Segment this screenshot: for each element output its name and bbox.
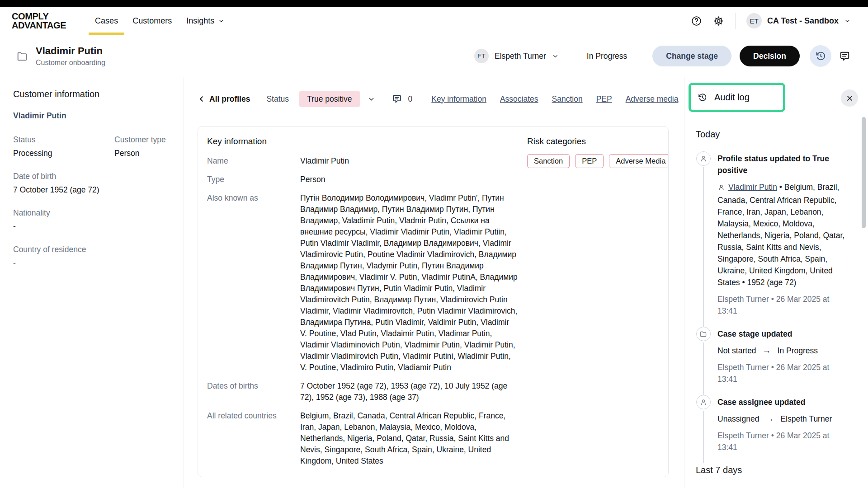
ki-dob-value: 7 October 1952 (age 72), 1953 (age 72), … bbox=[300, 380, 518, 403]
audit-log-body: Today Profile status updated to True pos… bbox=[684, 119, 868, 475]
profile-toolbar: All profiles Status True positive 0 Key … bbox=[198, 88, 684, 110]
audit-entry-title: Case stage updated bbox=[717, 328, 847, 340]
complyadvantage-logo: COMPLY ADVANTAGE bbox=[12, 12, 66, 30]
assignee-selector[interactable]: ET Elspeth Turner bbox=[474, 49, 559, 63]
page-content: Customer information Vladimir Putin Stat… bbox=[0, 77, 868, 488]
ki-dob-label: Dates of births bbox=[207, 380, 300, 403]
audit-section-today: Today bbox=[696, 129, 847, 140]
status-badge[interactable]: True positive bbox=[299, 91, 360, 107]
timeline-rail bbox=[696, 151, 711, 327]
field-customer-type-label: Customer type bbox=[114, 135, 170, 145]
ki-aka-value: Путін Володимир Володимирович, Vladimr P… bbox=[300, 192, 518, 373]
close-icon bbox=[846, 94, 854, 102]
field-status-label: Status bbox=[13, 135, 114, 145]
field-country-of-residence-label: Country of residence bbox=[13, 245, 170, 254]
account-menu[interactable]: ET CA Test - Sandbox bbox=[746, 13, 851, 28]
key-information-section: Key information Name Vladimir Putin Type… bbox=[207, 136, 518, 467]
risk-badge-sanction: Sanction bbox=[527, 154, 570, 168]
risk-categories-heading: Risk categories bbox=[527, 136, 669, 146]
audit-entry-meta: Elspeth Turner • 26 Mar 2025 at 13:41 bbox=[717, 361, 847, 385]
audit-history-button[interactable] bbox=[810, 45, 831, 67]
link-key-information[interactable]: Key information bbox=[431, 94, 486, 104]
profile-comments-button[interactable]: 0 bbox=[392, 94, 413, 104]
status-label: Status bbox=[266, 94, 289, 104]
ki-row-name: Name Vladimir Putin bbox=[207, 155, 518, 167]
case-title-block: Vladimir Putin Customer onboarding bbox=[36, 45, 105, 67]
audit-entry-meta: Elspeth Turner • 26 Mar 2025 at 13:41 bbox=[717, 293, 847, 317]
back-to-all-profiles[interactable]: All profiles bbox=[198, 94, 250, 104]
link-adverse-media[interactable]: Adverse media bbox=[626, 94, 679, 104]
field-status: Status Processing bbox=[13, 135, 114, 158]
ki-type-value: Person bbox=[300, 174, 518, 185]
nav-item-insights-label: Insights bbox=[186, 16, 214, 26]
audit-section-last-7-days: Last 7 days bbox=[696, 465, 847, 475]
field-date-of-birth: Date of birth 7 October 1952 (age 72) bbox=[13, 172, 170, 195]
comments-icon[interactable] bbox=[839, 50, 851, 62]
nav-item-customers[interactable]: Customers bbox=[125, 7, 179, 35]
field-nationality-label: Nationality bbox=[13, 208, 170, 218]
case-folder-icon bbox=[16, 50, 28, 62]
help-icon[interactable] bbox=[691, 15, 702, 27]
audit-entry-case-assignee: Case assignee updated Unassigned → Elspe… bbox=[696, 395, 847, 463]
status-chevron-down-icon[interactable] bbox=[368, 95, 375, 103]
assignee-avatar-initials: ET bbox=[477, 52, 486, 60]
field-country-of-residence-value: - bbox=[13, 258, 170, 268]
audit-entry-detail: Vladimir Putin • Belgium, Brazil, Canada… bbox=[717, 181, 847, 288]
field-date-of-birth-label: Date of birth bbox=[13, 172, 170, 181]
audit-log-panel: Audit log Today Profile status updated t… bbox=[684, 77, 868, 488]
assignee-name: Elspeth Turner bbox=[495, 52, 546, 61]
field-status-value: Processing bbox=[13, 149, 114, 158]
topnav-right-cluster: ET CA Test - Sandbox bbox=[691, 7, 851, 35]
link-sanction[interactable]: Sanction bbox=[552, 94, 583, 104]
field-date-of-birth-value: 7 October 1952 (age 72) bbox=[13, 185, 170, 195]
person-icon bbox=[717, 183, 725, 194]
change-stage-button[interactable]: Change stage bbox=[652, 46, 731, 66]
close-audit-log-button[interactable] bbox=[841, 89, 858, 107]
back-label: All profiles bbox=[209, 94, 250, 104]
audit-entry-content: Case assignee updated Unassigned → Elspe… bbox=[717, 395, 847, 463]
audit-entry-title: Profile status updated to True positive bbox=[717, 153, 847, 176]
person-icon bbox=[696, 151, 711, 166]
audit-entry-detail-text: • Belgium, Brazil, Canada, Central Afric… bbox=[717, 183, 844, 287]
nav-item-cases-label: Cases bbox=[95, 16, 118, 26]
nav-item-insights[interactable]: Insights bbox=[179, 7, 232, 35]
risk-badges: Sanction PEP Adverse Media bbox=[527, 154, 669, 168]
chevron-left-icon bbox=[198, 95, 206, 103]
change-to: Elspeth Turner bbox=[780, 413, 832, 425]
audit-entry-case-stage: Case stage updated Not started → In Prog… bbox=[696, 327, 847, 395]
account-avatar: ET bbox=[746, 13, 762, 28]
profile-section-links: Key information Associates Sanction PEP … bbox=[431, 94, 678, 104]
audit-log-header: Audit log bbox=[684, 77, 868, 119]
case-title: Vladimir Putin bbox=[36, 45, 105, 57]
logo-line-1: COMPLY bbox=[12, 12, 66, 21]
panel-scrollbar-thumb[interactable] bbox=[862, 117, 866, 228]
link-associates[interactable]: Associates bbox=[500, 94, 538, 104]
ki-row-all-related-countries: All related countries Belgium, Brazil, C… bbox=[207, 410, 518, 467]
decision-button[interactable]: Decision bbox=[740, 46, 800, 66]
audit-log-title: Audit log bbox=[714, 92, 750, 103]
nav-item-cases[interactable]: Cases bbox=[88, 7, 125, 35]
nav-item-customers-label: Customers bbox=[132, 16, 172, 26]
sidebar-field-row: Status Processing Customer type Person bbox=[13, 135, 170, 158]
top-navigation: COMPLY ADVANTAGE Cases Customers Insight… bbox=[0, 7, 868, 35]
audit-log-title-highlight: Audit log bbox=[689, 83, 785, 112]
arrow-right-icon: → bbox=[763, 345, 771, 357]
primary-nav: Cases Customers Insights bbox=[88, 7, 232, 35]
customer-profile-link[interactable]: Vladimir Putin bbox=[13, 111, 66, 121]
key-information-heading: Key information bbox=[207, 136, 518, 146]
risk-badge-adverse-media: Adverse Media bbox=[609, 154, 669, 168]
ki-row-also-known-as: Also known as Путін Володимир Володимиро… bbox=[207, 192, 518, 373]
audit-entry-meta: Elspeth Turner • 26 Mar 2025 at 13:41 bbox=[717, 430, 847, 453]
case-header-actions: ET Elspeth Turner In Progress Change sta… bbox=[474, 45, 851, 67]
link-pep[interactable]: PEP bbox=[596, 94, 612, 104]
timeline-rail bbox=[696, 395, 711, 463]
gear-icon[interactable] bbox=[713, 15, 724, 27]
audit-entry-profile-status: Profile status updated to True positive … bbox=[696, 151, 847, 327]
risk-categories-section: Risk categories Sanction PEP Adverse Med… bbox=[527, 136, 669, 467]
logo-line-2: ADVANTAGE bbox=[12, 21, 66, 30]
ki-row-dates-of-births: Dates of births 7 October 1952 (age 72),… bbox=[207, 380, 518, 403]
profile-main-column: All profiles Status True positive 0 Key … bbox=[184, 77, 684, 488]
key-information-card: Key information Name Vladimir Putin Type… bbox=[198, 126, 669, 477]
chevron-down-icon bbox=[844, 18, 851, 24]
audit-profile-link[interactable]: Vladimir Putin bbox=[728, 183, 777, 192]
